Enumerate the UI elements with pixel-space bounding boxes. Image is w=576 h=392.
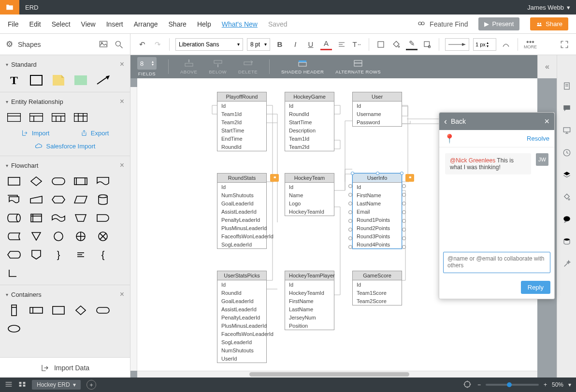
connector-port[interactable] [348,184,352,188]
add-above-button[interactable]: ABOVE [180,59,197,74]
search-icon[interactable] [114,39,124,50]
shaded-header-button[interactable]: SHADED HEADER [281,59,324,74]
entity-userinfo[interactable]: UserInfo Id FirstName LastName Email Rou… [352,173,402,249]
entity-roundstats[interactable]: RoundStats Id NumShutouts GoalLeaderId A… [217,173,267,249]
comment-indicator[interactable]: ❝ [405,174,414,182]
font-select[interactable]: Liberation Sans▾ [175,38,243,51]
zoom-value[interactable]: 50% [552,381,563,388]
connector-port[interactable] [348,236,352,240]
flow-brace[interactable]: } [51,249,66,261]
image-icon[interactable] [98,39,109,50]
entity-hockeyteam[interactable]: HockeyTeam Id Name Logo HockeyTeamId [285,173,334,216]
scrollbar-thumb[interactable] [249,372,409,377]
connector-port[interactable] [402,236,406,240]
container-1[interactable] [7,305,21,316]
connector-port[interactable] [348,202,352,205]
entity-user[interactable]: User Id Username Password [352,92,402,127]
shape-rect[interactable] [29,74,43,86]
connector-port[interactable] [348,219,352,223]
magic-icon[interactable] [562,259,572,269]
connector-port[interactable] [402,210,406,214]
entity-hockeygame[interactable]: HockeyGame Id RoundId StartTime Descript… [285,92,334,151]
selection-handle[interactable] [376,172,379,175]
menu-file[interactable]: File [8,20,19,28]
group-er-header[interactable]: ▾ Entity Relationship × [0,92,130,110]
user-menu[interactable]: James Webb ▾ [521,4,576,11]
flow-card[interactable] [7,267,21,279]
flow-terminator[interactable] [51,175,66,187]
connector-port[interactable] [402,228,406,232]
shape-entity-1[interactable] [7,112,21,123]
connector-port[interactable] [402,245,406,249]
presentation-icon[interactable] [562,126,572,135]
flow-document[interactable] [96,175,110,187]
flow-direct-data[interactable] [7,212,21,224]
connector-port[interactable] [402,219,406,223]
flow-database[interactable] [96,194,110,205]
back-label[interactable]: Back [451,117,466,125]
connector-port[interactable] [348,245,352,249]
feature-find[interactable]: Feature Find [417,20,468,29]
entity-playoffround[interactable]: PlayoffRound Id Team1Id Team2Id StartTim… [217,92,267,151]
zoom-control[interactable]: − + 50% ▾ [477,381,571,388]
add-below-button[interactable]: BELOW [209,59,227,74]
font-size-select[interactable]: 8 pt▾ [247,38,270,51]
flow-manual-op[interactable] [73,212,88,224]
menu-view[interactable]: View [81,20,96,28]
entity-gamescore[interactable]: GameScore Id Team1Score Team2Score [352,271,402,305]
text-spacing-button[interactable]: T↔ [351,39,363,50]
fullscreen-button[interactable] [559,39,570,50]
menu-insert[interactable]: Insert [106,20,123,28]
flow-or[interactable] [73,231,88,242]
bold-button[interactable]: B [274,39,286,50]
close-icon[interactable]: × [120,161,124,170]
gear-icon[interactable]: ⚙ [6,39,13,49]
connector-port[interactable] [348,193,352,197]
reply-button[interactable]: Reply [521,281,550,294]
data-icon[interactable] [562,237,572,247]
container-6[interactable] [7,323,21,334]
whats-new-link[interactable]: What's New [222,20,258,28]
flow-note[interactable] [73,249,88,261]
field-count-control[interactable]: 8▴▾ FIELDS [137,57,157,76]
group-standard-header[interactable]: ▾ Standard × [0,55,130,73]
salesforce-import-button[interactable]: Salesforce Import [0,141,130,156]
connector-port[interactable] [402,184,406,188]
flow-predefined[interactable] [73,175,88,187]
shape-block[interactable] [73,74,88,86]
flow-decision[interactable] [29,175,43,187]
flow-internal-storage[interactable] [29,212,43,224]
fill-button[interactable] [390,39,402,50]
connector-port[interactable] [402,193,406,197]
flow-display[interactable] [7,249,21,261]
comment-indicator[interactable]: ❝ [270,174,279,182]
collapse-right-button[interactable]: « [537,55,557,78]
connector-port[interactable] [348,228,352,232]
shape-text[interactable]: T [7,74,21,86]
zoom-out-icon[interactable]: − [477,381,481,388]
flow-process[interactable] [7,175,21,187]
flow-sum[interactable] [96,231,110,242]
chat-icon[interactable] [562,215,572,224]
document-icon[interactable] [562,81,572,91]
flow-data[interactable] [73,194,88,205]
line-options-button[interactable] [500,39,512,50]
shape-entity-4[interactable] [73,112,88,123]
folder-icon[interactable] [0,0,19,15]
flow-paper-tape[interactable] [51,212,66,224]
menu-edit[interactable]: Edit [29,20,41,28]
flow-manual-input[interactable] [29,194,43,205]
layers-icon[interactable] [562,170,572,180]
menu-select[interactable]: Select [52,20,71,28]
connector-port[interactable] [348,210,352,214]
align-button[interactable] [336,39,347,50]
import-data-button[interactable]: Import Data [0,357,130,377]
target-icon[interactable] [463,380,472,390]
container-3[interactable] [51,305,66,316]
flow-preparation[interactable] [51,194,66,205]
flow-stored-data[interactable] [7,231,21,242]
text-color-button[interactable]: A [320,39,332,50]
entity-userstatspicks[interactable]: UserStatsPicks Id RoundId GoalLeaderId A… [217,271,267,363]
shape-entity-3[interactable] [51,112,66,123]
er-export-button[interactable]: Export [80,129,109,137]
